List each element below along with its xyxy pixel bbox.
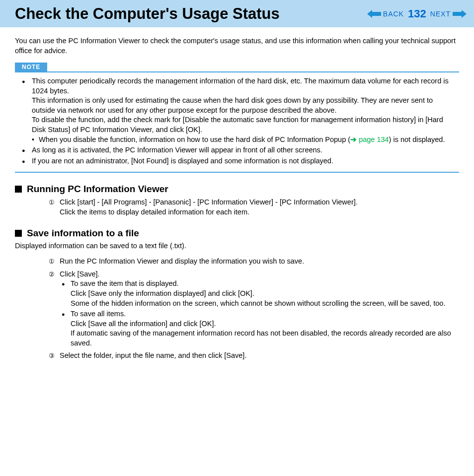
page-link[interactable]: page 134 [359, 136, 389, 143]
note-sub-pre: When you disable the function, informati… [39, 136, 350, 143]
section-running: Running PC Information Viewer ① Click [s… [15, 184, 459, 217]
step-text: Click [Save]. [60, 270, 100, 278]
section-intro: Displayed information can be saved to a … [15, 242, 459, 250]
step-item: ③ Select the folder, input the file name… [60, 351, 459, 361]
step-text: Click [start] - [All Programs] - [Panaso… [60, 198, 459, 207]
next-link[interactable]: NEXT [430, 10, 451, 18]
inner-item: To save all items. Click [Save all the i… [71, 309, 459, 348]
svg-marker-0 [367, 10, 381, 18]
svg-marker-1 [453, 10, 467, 18]
note-list: This computer periodically records the m… [18, 76, 456, 166]
circled-number-icon: ① [49, 257, 55, 266]
note-label-row: NOTE [15, 63, 459, 72]
back-arrow-icon[interactable] [367, 10, 381, 18]
inner-text: To save all items. [71, 309, 459, 319]
inner-text: To save the item that is displayed. [71, 279, 459, 289]
section-heading-text: Running PC Information Viewer [27, 184, 168, 195]
back-link[interactable]: BACK [383, 10, 404, 18]
step-text: Run the PC Information Viewer and displa… [60, 257, 304, 265]
page-title: Check the Computer's Usage Status [15, 5, 367, 23]
inner-text: Some of the hidden information on the sc… [71, 299, 459, 309]
note-text: This information is only used for estima… [32, 96, 456, 115]
arrow-right-icon: ➔ [350, 136, 359, 143]
circled-number-icon: ① [49, 198, 55, 207]
note-item: This computer periodically records the m… [32, 76, 456, 144]
step-item: ① Run the PC Information Viewer and disp… [60, 257, 459, 267]
content-area: You can use the PC Information Viewer to… [0, 27, 474, 374]
step-item: ① Click [start] - [All Programs] - [Pana… [60, 198, 459, 217]
section-heading: Save information to a file [15, 228, 459, 239]
steps-list: ① Run the PC Information Viewer and disp… [15, 257, 459, 361]
note-sub-item: When you disable the function, informati… [32, 135, 456, 145]
note-text: To disable the function, add the check m… [32, 115, 456, 135]
step-text: Click the items to display detailed info… [60, 207, 459, 217]
note-item: If you are not an administrator, [Not Fo… [32, 156, 456, 166]
note-sub-post: ) is not displayed. [389, 136, 445, 143]
inner-text: Click [Save only the information display… [71, 289, 459, 299]
section-heading-text: Save information to a file [27, 228, 139, 239]
page-header: Check the Computer's Usage Status BACK 1… [0, 0, 474, 27]
steps-list: ① Click [start] - [All Programs] - [Pana… [15, 198, 459, 217]
inner-text: If automatic saving of the management in… [71, 329, 459, 348]
inner-text: Click [Save all the information] and cli… [71, 319, 459, 329]
page-number: 132 [408, 7, 426, 20]
step-item: ② Click [Save]. To save the item that is… [60, 270, 459, 348]
next-arrow-icon[interactable] [453, 10, 467, 18]
circled-number-icon: ③ [49, 351, 55, 360]
note-content: This computer periodically records the m… [15, 72, 459, 173]
note-box: NOTE This computer periodically records … [15, 63, 459, 173]
square-bullet-icon [15, 186, 22, 193]
intro-text: You can use the PC Information Viewer to… [15, 36, 459, 56]
square-bullet-icon [15, 230, 22, 237]
step-text: Select the folder, input the file name, … [60, 351, 246, 359]
nav-group: BACK 132 NEXT [367, 7, 467, 20]
circled-number-icon: ② [49, 270, 55, 279]
section-heading: Running PC Information Viewer [15, 184, 459, 195]
inner-item: To save the item that is displayed. Clic… [71, 279, 459, 308]
inner-list: To save the item that is displayed. Clic… [60, 279, 459, 348]
section-save: Save information to a file Displayed inf… [15, 228, 459, 361]
note-text: This computer periodically records the m… [32, 76, 456, 96]
note-item: As long as it is activated, the PC Infor… [32, 145, 456, 155]
note-label: NOTE [15, 63, 47, 71]
